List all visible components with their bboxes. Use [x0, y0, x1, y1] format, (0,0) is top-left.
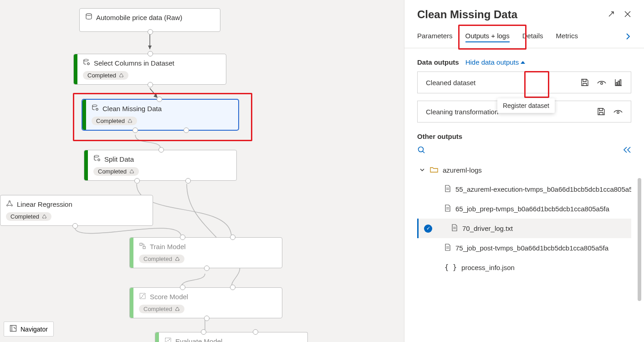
file-label: process_info.json	[461, 264, 515, 271]
node-clean-missing-data[interactable]: Clean Missing Data Completed ♺	[82, 99, 239, 130]
output-port-2[interactable]	[185, 178, 191, 184]
svg-rect-26	[620, 80, 621, 85]
recycle-icon: ♺	[128, 118, 133, 124]
output-port[interactable]	[148, 82, 153, 87]
status-label: Completed	[98, 168, 127, 175]
output-label: Cleaning transformation	[426, 108, 498, 116]
node-linear-regression[interactable]: Linear Regression Completed ♺	[0, 195, 153, 226]
close-icon[interactable]	[624, 10, 631, 19]
tree-file[interactable]: 55_azureml-execution-tvmps_b0a66d1bcb5dc…	[417, 179, 631, 199]
tree-file[interactable]: { } process_info.json	[417, 258, 631, 277]
status-label: Completed	[143, 306, 172, 312]
tree-file[interactable]: 65_job_prep-tvmps_b0a66d1bcb5dcb1cca805a…	[417, 199, 631, 219]
output-port-1[interactable]	[134, 178, 140, 184]
train-icon	[139, 242, 146, 251]
expand-icon[interactable]	[608, 10, 615, 19]
output-port[interactable]	[204, 265, 210, 271]
svg-point-10	[7, 205, 8, 206]
svg-point-27	[617, 112, 619, 113]
file-icon	[445, 185, 451, 194]
status-chip: Completed ♺	[139, 305, 184, 313]
tree-file[interactable]: 75_job_post-tvmps_b0a66d1bcb5dcb1cca805a…	[417, 238, 631, 258]
node-automobile-price-data[interactable]: Automobile price data (Raw)	[79, 8, 220, 32]
file-label: 55_azureml-execution-tvmps_b0a66d1bcb5dc…	[455, 185, 631, 193]
pipeline-canvas[interactable]: Automobile price data (Raw) Select Colum…	[0, 0, 404, 342]
status-chip: Completed ♺	[93, 167, 139, 176]
collapse-all-icon[interactable]	[623, 147, 631, 154]
data-outputs-heading: Data outputs	[417, 58, 459, 66]
highlight-save-icon	[524, 71, 549, 98]
tab-metrics[interactable]: Metrics	[556, 32, 578, 42]
input-port[interactable]	[158, 147, 164, 153]
input-port-2[interactable]	[253, 329, 258, 335]
node-split-data[interactable]: Split Data Completed ♺	[84, 150, 237, 181]
node-score-model[interactable]: Score Model Completed ♺	[129, 287, 282, 318]
svg-point-28	[419, 147, 424, 152]
folder-label: azureml-logs	[443, 166, 482, 174]
tab-outputs-logs[interactable]: Outputs + logs	[465, 32, 510, 42]
recycle-icon: ♺	[129, 168, 134, 175]
node-title: Evaluate Model	[175, 337, 222, 342]
status-chip: Completed ♺	[92, 117, 137, 125]
status-bar	[84, 150, 88, 180]
input-port[interactable]	[157, 97, 162, 102]
hide-data-outputs-link[interactable]: Hide data outputs	[465, 58, 526, 66]
input-port-2[interactable]	[230, 285, 235, 290]
tree-file-selected[interactable]: ✓ 70_driver_log.txt	[417, 219, 631, 238]
tree-folder-azureml-logs[interactable]: azureml-logs	[417, 161, 631, 179]
status-label: Completed	[87, 72, 116, 79]
tab-details[interactable]: Details	[522, 32, 543, 42]
file-label: 70_driver_log.txt	[462, 225, 513, 232]
output-cleaned-dataset: Cleaned dataset	[417, 71, 631, 93]
input-port-1[interactable]	[201, 329, 206, 335]
svg-point-11	[11, 205, 13, 206]
input-port-2[interactable]	[230, 235, 235, 240]
node-title: Score Model	[150, 293, 188, 301]
file-icon	[445, 244, 451, 252]
status-chip: Completed ♺	[139, 255, 184, 263]
svg-marker-0	[148, 46, 152, 49]
svg-point-3	[84, 59, 88, 61]
input-port-1[interactable]	[180, 285, 185, 290]
json-icon: { }	[445, 263, 457, 271]
node-evaluate-model[interactable]: Evaluate Model	[155, 332, 308, 342]
panel-title: Clean Missing Data	[417, 8, 517, 21]
status-bar	[130, 288, 133, 318]
svg-rect-24	[616, 82, 618, 85]
tabs-next-icon[interactable]	[625, 33, 631, 41]
status-chip: Completed ♺	[83, 71, 128, 80]
file-icon	[445, 204, 451, 213]
preview-icon[interactable]	[597, 79, 606, 86]
output-port[interactable]	[148, 29, 153, 35]
svg-point-21	[169, 339, 170, 340]
output-port[interactable]	[72, 223, 78, 229]
output-port-1[interactable]	[133, 128, 138, 133]
svg-rect-12	[140, 243, 142, 245]
hide-link-label: Hide data outputs	[465, 58, 519, 66]
node-select-columns[interactable]: Select Columns in Dataset Completed ♺	[73, 54, 226, 85]
input-port-1[interactable]	[180, 235, 185, 240]
search-icon[interactable]	[417, 146, 425, 155]
recycle-icon: ♺	[42, 214, 47, 220]
chevron-up-icon	[521, 61, 525, 64]
save-icon[interactable]	[581, 78, 589, 87]
save-icon[interactable]	[597, 107, 605, 116]
tab-parameters[interactable]: Parameters	[417, 32, 453, 42]
navigator-button[interactable]: Navigator	[4, 322, 54, 337]
input-port[interactable]	[148, 51, 153, 56]
dataset-icon	[93, 155, 101, 163]
node-train-model[interactable]: Train Model Completed ♺	[129, 237, 282, 268]
panel-header: Clean Missing Data	[404, 0, 644, 26]
svg-point-23	[601, 82, 603, 84]
chart-icon[interactable]	[614, 78, 623, 87]
file-label: 65_job_prep-tvmps_b0a66d1bcb5dcb1cca805a…	[455, 205, 609, 213]
svg-point-7	[94, 155, 99, 157]
svg-point-15	[141, 297, 142, 298]
preview-icon[interactable]	[613, 108, 623, 115]
scrollbar-thumb[interactable]	[638, 178, 641, 301]
output-port-2[interactable]	[184, 128, 189, 133]
dataset-icon	[83, 59, 90, 67]
output-port[interactable]	[204, 316, 210, 321]
svg-point-6	[96, 108, 98, 110]
other-outputs-heading: Other outputs	[417, 133, 631, 140]
